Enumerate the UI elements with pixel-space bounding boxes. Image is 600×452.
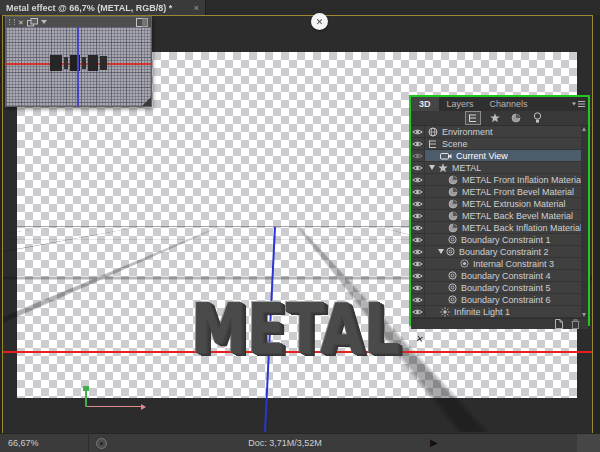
split-view-icon[interactable]: [136, 18, 148, 27]
mini-mesh-block: [50, 55, 62, 71]
swap-view-icon[interactable]: [27, 18, 38, 27]
panel-tab-bar: 3D Layers Channels: [411, 97, 588, 111]
visibility-eye-icon[interactable]: [411, 174, 425, 185]
mini-mesh-block: [82, 57, 86, 69]
visibility-eye-icon[interactable]: [411, 282, 425, 293]
window-resize-grip[interactable]: [577, 434, 600, 452]
visibility-eye-icon[interactable]: [411, 162, 425, 173]
row-current-view[interactable]: Current View: [411, 150, 588, 162]
visibility-eye-icon[interactable]: [411, 222, 425, 233]
environment-icon: [428, 127, 438, 137]
scroll-up-icon[interactable]: [582, 127, 586, 131]
panel-menu-icon[interactable]: [572, 100, 586, 108]
row-material[interactable]: METAL Front Inflation Material: [411, 174, 588, 186]
tab-channels[interactable]: Channels: [482, 97, 536, 111]
material-icon: [448, 211, 458, 221]
row-internal-constraint[interactable]: Internal Constraint 3: [411, 258, 588, 270]
mini-mesh-block: [64, 57, 68, 69]
3d-axis-widget[interactable]: [78, 386, 148, 410]
internal-constraint-icon: [460, 259, 469, 268]
panel-bottom-bar: [411, 318, 588, 329]
scene-icon: [428, 139, 438, 149]
mesh-icon: [438, 163, 448, 173]
materials-filter-icon[interactable]: [509, 112, 523, 124]
trash-icon[interactable]: [571, 319, 580, 329]
row-metal-mesh[interactable]: METAL: [411, 162, 588, 174]
resize-handle[interactable]: [142, 97, 151, 106]
mini-z-axis: [77, 27, 79, 106]
tab-3d[interactable]: 3D: [411, 97, 439, 111]
constraint-icon: [448, 295, 457, 304]
document-tab-bar: Metal effect @ 66,7% (METAL, RGB/8) * ×: [0, 0, 600, 15]
row-material[interactable]: METAL Back Bevel Material: [411, 210, 588, 222]
mini-mesh-block: [100, 56, 107, 70]
visibility-eye-icon[interactable]: [411, 270, 425, 281]
status-flyout-icon[interactable]: ▶: [430, 437, 438, 448]
constraint-icon: [448, 235, 457, 244]
scroll-down-icon[interactable]: [582, 313, 586, 317]
tab-layers[interactable]: Layers: [439, 97, 482, 111]
document-tab-title: Metal effect @ 66,7% (METAL, RGB/8) *: [6, 3, 190, 13]
panel-scrollbar[interactable]: [581, 126, 588, 318]
visibility-eye-icon[interactable]: [411, 210, 425, 221]
visibility-eye-icon[interactable]: [411, 126, 425, 137]
drag-grip-icon[interactable]: [9, 19, 15, 25]
y-axis-green: [85, 390, 87, 407]
view-dropdown-icon[interactable]: [41, 20, 47, 24]
material-icon: [448, 187, 458, 197]
camera-icon: [440, 152, 452, 160]
status-bar: 66,67% Doc: 3,71M/3,52M ▶: [0, 433, 600, 452]
row-constraint[interactable]: Boundary Constraint 6: [411, 294, 588, 306]
visibility-eye-icon[interactable]: [411, 306, 425, 317]
status-circle-icon[interactable]: [96, 438, 107, 449]
row-material[interactable]: METAL Front Bevel Material: [411, 186, 588, 198]
new-item-icon[interactable]: [554, 319, 564, 329]
x-axis-arrow-icon: [141, 404, 146, 410]
3d-filter-bar: [411, 111, 588, 126]
secondary-view-header[interactable]: ✕: [6, 17, 151, 27]
visibility-eye-icon[interactable]: [411, 186, 425, 197]
zoom-level-field[interactable]: 66,67%: [8, 438, 39, 448]
secondary-view-canvas[interactable]: [6, 27, 151, 106]
meshes-filter-icon[interactable]: [488, 112, 502, 124]
visibility-eye-icon[interactable]: [411, 234, 425, 245]
scene-filter-icon[interactable]: [465, 111, 481, 125]
visibility-eye-icon[interactable]: [411, 246, 425, 257]
row-constraint[interactable]: Boundary Constraint 2: [411, 246, 588, 258]
collapse-arrow-icon[interactable]: [438, 249, 444, 254]
tab-close-icon[interactable]: ×: [194, 3, 199, 13]
row-material[interactable]: METAL Back Inflation Material: [411, 222, 588, 234]
window-edge: [593, 15, 600, 433]
secondary-view-panel: ✕: [5, 16, 152, 107]
material-icon: [448, 175, 458, 185]
visibility-eye-icon[interactable]: [411, 294, 425, 305]
visibility-eye-icon[interactable]: [411, 138, 425, 149]
row-scene[interactable]: Scene: [411, 138, 588, 150]
material-icon: [448, 199, 458, 209]
row-constraint[interactable]: Boundary Constraint 4: [411, 270, 588, 282]
metal-3d-text[interactable]: METAL: [190, 297, 380, 361]
photoshop-window: Metal effect @ 66,7% (METAL, RGB/8) * × …: [0, 0, 600, 452]
lights-filter-icon[interactable]: [530, 112, 544, 124]
row-infinite-light[interactable]: Infinite Light 1: [411, 306, 588, 318]
light-icon: [440, 307, 450, 317]
divider: [88, 434, 89, 452]
row-constraint[interactable]: Boundary Constraint 5: [411, 282, 588, 294]
overlay-close-button[interactable]: ✕: [311, 13, 328, 30]
mini-mesh-block: [88, 55, 98, 71]
row-environment[interactable]: Environment: [411, 126, 588, 138]
visibility-eye-icon[interactable]: [411, 150, 425, 161]
document-tab[interactable]: Metal effect @ 66,7% (METAL, RGB/8) * ×: [0, 0, 206, 15]
visibility-eye-icon[interactable]: [411, 198, 425, 209]
constraint-icon: [446, 247, 455, 256]
constraint-icon: [448, 283, 457, 292]
3d-scene-tree: Environment Scene Current View METAL: [411, 126, 588, 318]
material-icon: [448, 223, 458, 233]
doc-size-readout: Doc: 3,71M/3,52M: [218, 438, 352, 448]
3d-panel: 3D Layers Channels: [409, 95, 590, 326]
row-material[interactable]: METAL Extrusion Material: [411, 198, 588, 210]
secondary-view-close-icon[interactable]: ✕: [18, 19, 24, 26]
collapse-arrow-icon[interactable]: [429, 165, 435, 170]
visibility-eye-icon[interactable]: [411, 258, 425, 269]
row-constraint[interactable]: Boundary Constraint 1: [411, 234, 588, 246]
